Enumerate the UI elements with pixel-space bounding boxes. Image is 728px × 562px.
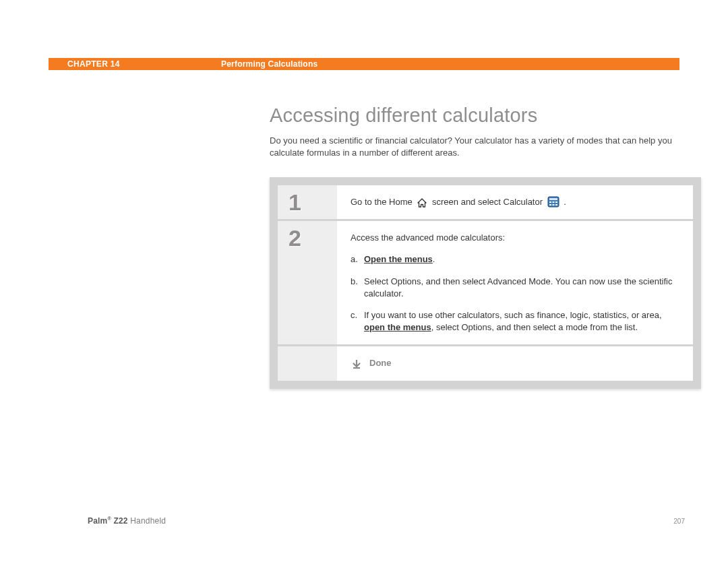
svg-rect-3 (552, 201, 554, 203)
substep-letter: b. (351, 276, 364, 300)
step-body: Go to the Home screen and select Calcula… (337, 185, 693, 219)
step-text: . (564, 197, 566, 207)
done-row: Done (278, 346, 693, 380)
done-label: Done (369, 357, 392, 369)
open-the-menus-link[interactable]: Open the menus (364, 254, 433, 264)
substep-letter: a. (351, 253, 364, 266)
svg-rect-7 (555, 204, 557, 206)
step-text: screen and select Calculator (432, 197, 545, 207)
step-lead: Access the advanced mode calculators: (351, 232, 679, 244)
house-icon (417, 198, 427, 208)
section-title: Accessing different calculators (270, 104, 679, 127)
arrow-down-icon (351, 358, 363, 370)
product-name: Palm® Z22 Handheld (88, 516, 166, 526)
substep-list: a. Open the menus. b. Select Options, an… (351, 253, 679, 334)
substep-item: a. Open the menus. (351, 253, 679, 266)
step-number: 1 (278, 185, 337, 219)
chapter-header: CHAPTER 14 Performing Calculations (49, 58, 679, 70)
svg-rect-1 (549, 198, 557, 200)
step-row: 1 Go to the Home screen and select Calcu… (278, 185, 693, 219)
step-text: Go to the Home (351, 197, 415, 207)
substep-text: Select Options, and then select Advanced… (364, 276, 679, 300)
substep-text: , select Options, and then select a mode… (431, 322, 638, 332)
substep-text: . (433, 254, 435, 264)
svg-rect-2 (549, 201, 551, 203)
steps-card: 1 Go to the Home screen and select Calcu… (270, 177, 701, 389)
step-number: 2 (278, 221, 337, 344)
svg-rect-4 (555, 201, 557, 203)
chapter-label: CHAPTER 14 (49, 59, 221, 69)
substep-text: If you want to use other calculators, su… (364, 310, 662, 320)
substep-item: c. If you want to use other calculators,… (351, 309, 679, 334)
chapter-title: Performing Calculations (221, 59, 679, 69)
substep-item: b. Select Options, and then select Advan… (351, 276, 679, 300)
step-row: 2 Access the advanced mode calculators: … (278, 221, 693, 344)
page-footer: Palm® Z22 Handheld 207 (88, 516, 685, 526)
done-body: Done (337, 346, 693, 380)
main-content: Accessing different calculators Do you n… (270, 104, 679, 389)
svg-rect-5 (549, 204, 551, 206)
intro-paragraph: Do you need a scientific or financial ca… (270, 135, 679, 158)
step-number-blank (278, 346, 337, 380)
substep-letter: c. (351, 309, 364, 334)
page-number: 207 (673, 518, 685, 525)
step-body: Access the advanced mode calculators: a.… (337, 221, 693, 344)
calculator-icon (547, 196, 559, 208)
open-the-menus-link[interactable]: open the menus (364, 322, 431, 332)
svg-rect-6 (552, 204, 554, 206)
